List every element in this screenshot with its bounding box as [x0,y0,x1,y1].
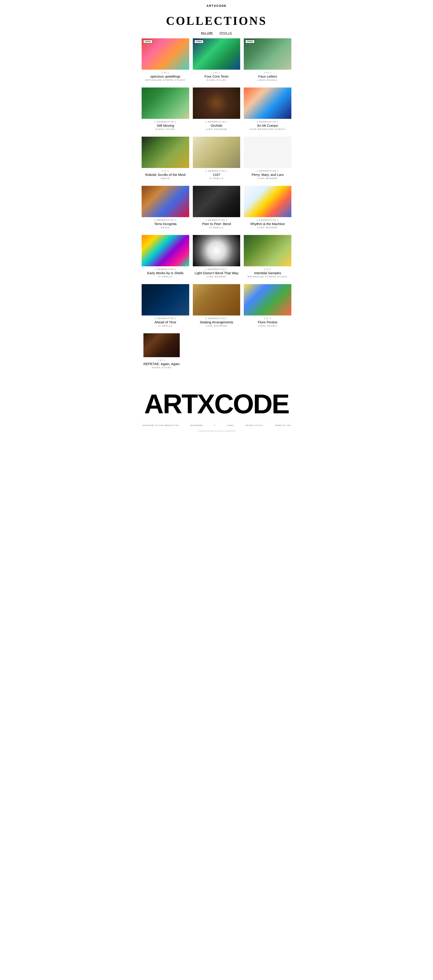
open-badge: OPEN [143,40,153,43]
filter-open[interactable]: OPEN (3) [220,32,232,34]
collection-artist: LINDA DOUNIA [244,325,291,327]
collection-artist: IX SHELLS [142,275,189,278]
collection-thumbnail [142,235,189,266]
thumbnail-image [244,88,291,119]
category-tag: GENERATIVE [193,170,240,172]
collection-artist: IX SHELLS [193,177,240,180]
page-title: COLLECTIONS [138,10,295,32]
collection-title: Still Moving [142,124,189,127]
collection-title: Early Works by Ix Shells [142,271,189,275]
collection-title: Ahead of Time [142,320,189,324]
collection-title: Perry, Mary, and Lars [244,173,291,177]
thumbnail-image [143,333,180,357]
category-tag: AI [142,170,189,172]
collection-item[interactable]: GENERATIVEPeer to Peer: BendIX SHELLS [191,186,242,235]
collections-grid: OPENAIspecious upwellingsENTANGLED OTHER… [138,38,295,333]
category-tag: GENERATIVE [244,121,291,123]
footer-links: SUBSCRIBE TO OUR NEWSLETTERINSTAGRAMXE-M… [138,422,295,429]
collection-thumbnail [193,186,240,217]
collection-item[interactable]: OPENAIFaux LettersLINDA DOUNIA [242,38,293,88]
collection-title: Rhythm & the Machine [244,222,291,226]
thumbnail-image [142,137,189,168]
collection-thumbnail [142,186,189,217]
collection-artist: ENOID [142,226,189,229]
single-item-row: AIREPETAE: Again, AgainSASHA STILES [138,333,295,381]
collection-thumbnail [193,88,240,119]
collection-title: Orchids [193,124,240,127]
collection-item[interactable]: GENERATIVEStill MovingSASHA STILES [140,88,191,137]
thumbnail-image [142,235,189,266]
collection-artist: ENTANGLED OTHERS STUDIO [142,79,189,81]
collection-title: En Mi Cuerpo [244,124,291,127]
footer-link[interactable]: SUBSCRIBE TO OUR NEWSLETTER [142,425,179,426]
site-header: ARTXCODE [138,0,295,10]
category-tag: AI [193,72,240,74]
collection-thumbnail [244,186,291,217]
thumbnail-image [244,186,291,217]
collection-title: REPETAE: Again, Again [143,362,180,366]
collection-item[interactable]: GENERATIVE1337IX SHELLS [191,137,242,186]
thumbnail-image [142,284,189,315]
collection-title: Flore Perdue [244,320,291,324]
category-tag: AI [244,268,291,270]
footer-link[interactable]: INSTAGRAM [190,425,203,426]
collection-thumbnail [244,235,291,266]
collection-item[interactable]: GENERATIVERhythm & the MachineLARS WANDE… [242,186,293,235]
collection-artist: LARS WANDER [193,275,240,278]
collection-artist: LUKE SHANNON [193,128,240,130]
collection-item[interactable]: GENERATIVEEn Mi CuerpoJUAN RODRIGUEZ-GAR… [242,88,293,137]
collection-artist: SASHA STILES [143,366,180,369]
collection-item[interactable]: GENERATIVESeating ArrangementsLUKE SHANN… [191,284,242,333]
collection-item[interactable]: OPENAIspecious upwellingsENTANGLED OTHER… [140,38,191,88]
collection-item[interactable]: AIRobotic Scrolls of the MindENOID [140,137,191,186]
category-tag: GENERATIVE [142,219,189,221]
collection-thumbnail: OPEN [142,38,189,70]
collection-item[interactable]: GENERATIVEPerry, Mary, and LarsLARS WAND… [242,137,293,186]
collection-artist: SASHA STILES [142,128,189,130]
collection-artist: LARS WANDER [244,177,291,180]
thumbnail-image [193,186,240,217]
thumbnail-image [142,186,189,217]
thumbnail-image [244,137,291,168]
collection-title: Intertidal Samples [244,271,291,275]
collection-artist: LINDA DOUNIA [244,79,291,81]
collection-item[interactable]: GENERATIVEEarly Works by Ix ShellsIX SHE… [140,235,191,284]
brand-logo[interactable]: ARTXCODE [207,4,227,8]
collection-artist: LARS WANDER [244,226,291,229]
collection-thumbnail: OPEN [244,38,291,70]
category-tag: GENERATIVE [193,219,240,221]
collection-item[interactable]: GENERATIVETerra IncognitaENOID [140,186,191,235]
collection-title: Faux Letters [244,75,291,78]
collection-item[interactable]: GENERATIVEOrchidsLUKE SHANNON [191,88,242,137]
category-tag: AI [142,72,189,74]
footer-link[interactable]: E-MAIL [227,425,234,426]
collection-item[interactable]: OPENAIFour Core TextsSASHA STILES [191,38,242,88]
collection-item[interactable]: AIREPETAE: Again, AgainSASHA STILES [142,333,181,375]
collection-thumbnail [193,235,240,266]
thumbnail-image [193,137,240,168]
footer-link[interactable]: X [214,425,215,426]
category-tag: GENERATIVE [142,121,189,123]
category-tag: AI [143,359,180,361]
collection-artist: JUAN RODRIGUEZ-GARCIA [244,128,291,130]
collection-artist: ENTANGLED OTHERS STUDIO [244,275,291,278]
collection-title: Peer to Peer: Bend [193,222,240,226]
thumbnail-image [142,88,189,119]
collection-title: Four Core Texts [193,75,240,78]
collection-artist: LUKE SHANNON [193,325,240,327]
filter-all[interactable]: ALL (18) [201,32,213,34]
collection-artist: IX SHELLS [193,226,240,229]
collection-thumbnail [244,88,291,119]
thumbnail-image [193,235,240,266]
collection-title: 1337 [193,173,240,177]
collection-artist: SASHA STILES [193,79,240,81]
collection-item[interactable]: AIFlore PerdueLINDA DOUNIA [242,284,293,333]
collection-thumbnail [244,137,291,168]
thumbnail-image [244,284,291,315]
footer-link[interactable]: TERMS OF USE [275,425,291,426]
open-badge: OPEN [194,40,204,43]
collection-item[interactable]: GENERATIVEAhead of TimeIX SHELLS [140,284,191,333]
footer-link[interactable]: PRIVACY POLICY [245,425,263,426]
collection-item[interactable]: GENERATIVELight Doesn't Bend That WayLAR… [191,235,242,284]
collection-item[interactable]: AIIntertidal SamplesENTANGLED OTHERS STU… [242,235,293,284]
